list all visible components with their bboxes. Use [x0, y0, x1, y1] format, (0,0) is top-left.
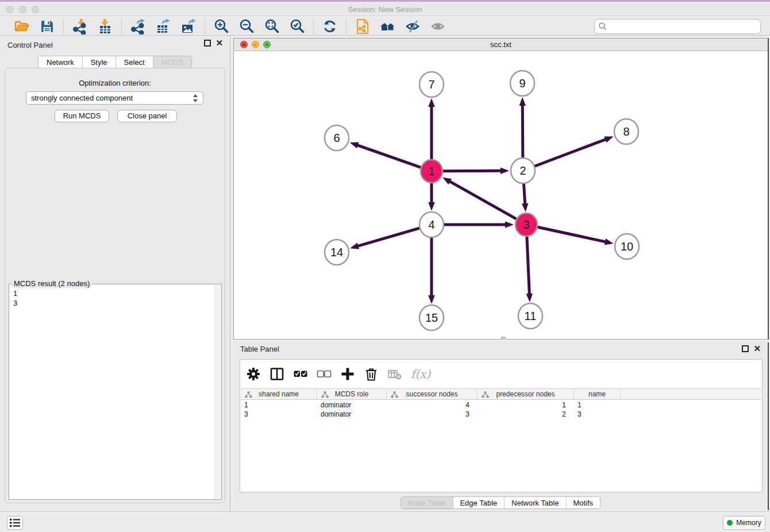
- graph-edge-4-15[interactable]: [428, 237, 435, 304]
- tab-node-table[interactable]: Node Table: [401, 497, 453, 508]
- export-image-icon[interactable]: [180, 18, 197, 34]
- close-panel-icon[interactable]: ✕: [215, 40, 223, 47]
- search-field[interactable]: [594, 19, 761, 34]
- export-network-icon[interactable]: [129, 18, 147, 34]
- task-history-button[interactable]: [7, 516, 23, 530]
- mcds-result-text[interactable]: 1 3: [13, 288, 212, 497]
- cell-shared_name[interactable]: 1: [241, 400, 317, 410]
- cell-name[interactable]: 1: [574, 400, 621, 410]
- graph-edge-4-14[interactable]: [350, 228, 419, 249]
- show-all-icon[interactable]: [430, 18, 447, 34]
- export-table-icon[interactable]: [155, 18, 172, 34]
- column-header-successor-nodes[interactable]: successor nodes: [387, 389, 478, 399]
- svg-text:6: 6: [333, 132, 340, 144]
- cell-successor[interactable]: 3: [387, 410, 478, 419]
- zoom-selected-icon[interactable]: [288, 18, 306, 34]
- zoom-in-icon[interactable]: [213, 18, 230, 34]
- graph-edge-4-3[interactable]: [444, 221, 514, 228]
- delete-column-icon[interactable]: [364, 367, 379, 381]
- control-panel-tabs: Network Style Select MCDS: [38, 56, 192, 68]
- mcds-result-box: 1 3: [9, 284, 222, 500]
- close-panel-icon[interactable]: ✕: [753, 345, 761, 352]
- graph-node-9[interactable]: 9: [510, 71, 534, 96]
- save-session-icon[interactable]: [38, 18, 56, 34]
- column-header-mcds-role[interactable]: MCDS role: [317, 389, 387, 399]
- graph-edge-1-4[interactable]: [428, 183, 435, 211]
- open-session-icon[interactable]: [13, 18, 30, 34]
- hide-selected-icon[interactable]: [405, 18, 422, 34]
- network-window-titlebar[interactable]: ✕ − + scc.txt: [234, 38, 768, 51]
- cell-predecessor[interactable]: 2: [478, 410, 574, 419]
- mcds-result-group: MCDS result (2 nodes) 1 3: [9, 284, 222, 500]
- graph-edge-1-6[interactable]: [350, 142, 421, 168]
- graph-edge-3-1[interactable]: [442, 178, 516, 219]
- clone-network-icon[interactable]: [354, 18, 371, 34]
- function-builder-icon[interactable]: f(x): [411, 367, 430, 381]
- first-neighbors-icon[interactable]: [379, 18, 396, 34]
- table-panel-title: Table Panel: [240, 345, 279, 353]
- show-columns-icon[interactable]: [270, 367, 284, 381]
- float-panel-icon[interactable]: [742, 345, 749, 352]
- settings-gear-icon[interactable]: [246, 367, 261, 381]
- svg-text:4: 4: [428, 218, 434, 231]
- search-icon: [598, 22, 607, 31]
- graph-node-3[interactable]: 3: [515, 213, 537, 236]
- column-header-name[interactable]: name: [574, 389, 621, 399]
- import-network-icon[interactable]: [71, 18, 88, 34]
- float-panel-icon[interactable]: [204, 40, 211, 47]
- graph-edge-2-3[interactable]: [522, 183, 528, 212]
- graph-node-10[interactable]: 10: [615, 234, 639, 259]
- graph-node-1[interactable]: 1: [421, 160, 442, 183]
- optimization-criterion-select[interactable]: strongly connected component: [26, 91, 203, 105]
- select-all-icon[interactable]: [293, 367, 308, 381]
- graph-edge-3-10[interactable]: [538, 227, 614, 245]
- graph-node-11[interactable]: 11: [518, 303, 542, 329]
- network-canvas[interactable]: 7968124314101511: [234, 51, 768, 339]
- column-header-shared-name[interactable]: shared name: [241, 389, 317, 399]
- cell-shared_name[interactable]: 3: [241, 410, 317, 419]
- graph-node-4[interactable]: 4: [419, 212, 444, 237]
- close-panel-button[interactable]: Close panel: [117, 110, 177, 122]
- graph-edge-1-2[interactable]: [443, 167, 509, 174]
- tab-network-table[interactable]: Network Table: [505, 497, 566, 508]
- cell-mcds_role[interactable]: dominator: [317, 400, 387, 410]
- graph-node-14[interactable]: 14: [325, 240, 349, 265]
- tab-select[interactable]: Select: [116, 56, 153, 68]
- tab-edge-table[interactable]: Edge Table: [453, 497, 505, 508]
- cell-mcds_role[interactable]: dominator: [317, 410, 387, 419]
- delete-table-icon[interactable]: [387, 367, 402, 381]
- deselect-all-icon[interactable]: [317, 367, 332, 381]
- import-table-icon[interactable]: [97, 18, 114, 34]
- run-mcds-button[interactable]: Run MCDS: [55, 110, 109, 122]
- zoom-out-icon[interactable]: [238, 18, 255, 34]
- zoom-fit-icon[interactable]: [263, 18, 280, 34]
- graph-node-15[interactable]: 15: [419, 305, 444, 330]
- graph-edge-2-9[interactable]: [519, 97, 526, 158]
- table-row[interactable]: 3dominator323: [241, 410, 761, 419]
- refresh-icon[interactable]: [321, 18, 338, 34]
- optimization-criterion-label: Optimization criterion:: [5, 79, 225, 87]
- cell-name[interactable]: 3: [574, 410, 621, 419]
- cell-predecessor[interactable]: 1: [478, 400, 574, 410]
- graph-edge-3-11[interactable]: [526, 236, 533, 302]
- graph-node-8[interactable]: 8: [614, 119, 638, 144]
- graph-edge-1-7[interactable]: [428, 98, 435, 160]
- cell-successor[interactable]: 4: [387, 400, 478, 410]
- graph-edge-2-8[interactable]: [535, 136, 614, 166]
- column-header-predecessor-nodes[interactable]: predecessor nodes: [478, 389, 574, 399]
- tab-style[interactable]: Style: [83, 56, 116, 68]
- graph-node-7[interactable]: 7: [419, 72, 444, 97]
- memory-button[interactable]: Memory: [723, 516, 765, 530]
- table-row[interactable]: 1dominator411: [241, 400, 761, 410]
- add-column-icon[interactable]: [340, 367, 355, 381]
- tab-mcds[interactable]: MCDS: [153, 56, 191, 68]
- graph-node-6[interactable]: 6: [325, 125, 349, 151]
- graph-node-2[interactable]: 2: [511, 158, 535, 183]
- splitter-handle[interactable]: [501, 337, 506, 340]
- tab-network[interactable]: Network: [38, 56, 83, 68]
- result-scrollbar[interactable]: [214, 285, 221, 499]
- memory-status-icon: [727, 520, 733, 526]
- search-input[interactable]: [607, 21, 757, 32]
- dropdown-stepper-icon: [192, 94, 198, 103]
- tab-motifs[interactable]: Motifs: [566, 497, 600, 508]
